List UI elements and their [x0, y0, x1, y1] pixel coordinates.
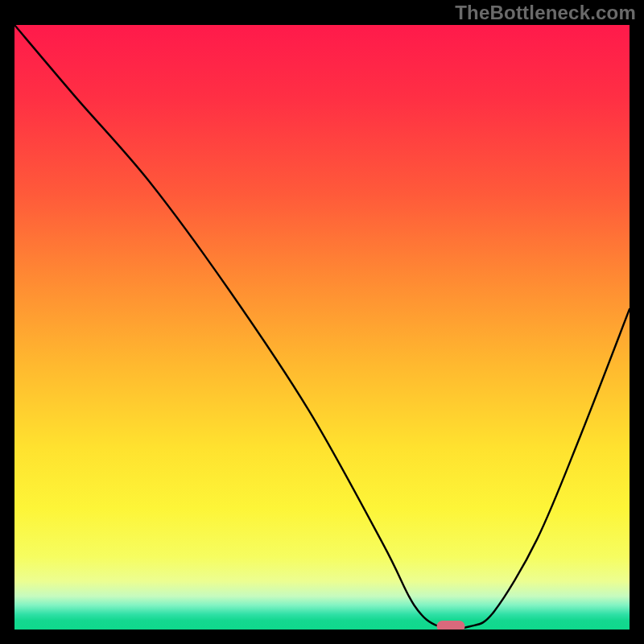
line-curve [14, 25, 630, 630]
optimum-marker [437, 621, 465, 630]
chart-container: TheBottleneck.com [0, 0, 644, 644]
watermark-text: TheBottleneck.com [455, 2, 636, 24]
plot-area [14, 25, 630, 630]
